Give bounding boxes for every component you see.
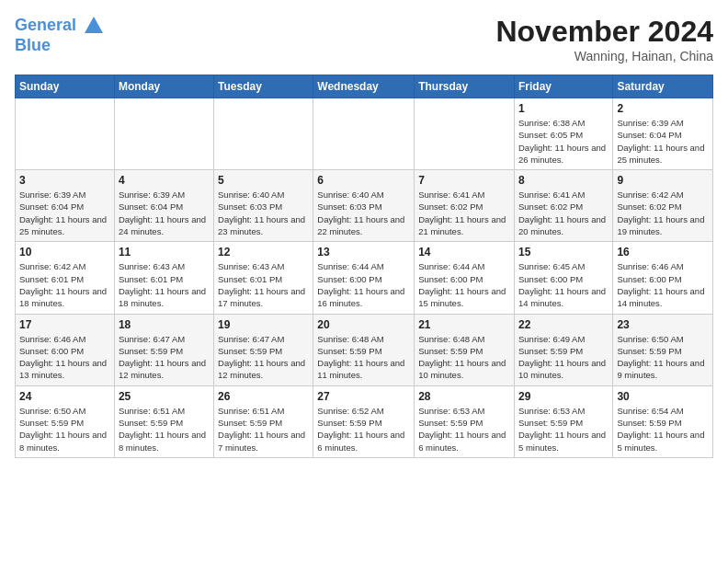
day-info: Sunrise: 6:52 AM Sunset: 5:59 PM Dayligh… [317, 405, 410, 454]
day-number: 1 [518, 102, 609, 115]
day-number: 12 [218, 246, 309, 259]
calendar-cell: 18Sunrise: 6:47 AM Sunset: 5:59 PM Dayli… [114, 314, 213, 385]
day-info: Sunrise: 6:42 AM Sunset: 6:01 PM Dayligh… [19, 260, 110, 309]
day-info: Sunrise: 6:53 AM Sunset: 5:59 PM Dayligh… [518, 405, 609, 454]
day-info: Sunrise: 6:44 AM Sunset: 6:00 PM Dayligh… [317, 260, 410, 309]
day-number: 28 [418, 390, 510, 403]
calendar-cell: 29Sunrise: 6:53 AM Sunset: 5:59 PM Dayli… [514, 385, 612, 457]
location-subtitle: Wanning, Hainan, China [495, 49, 713, 63]
calendar-week-2: 3Sunrise: 6:39 AM Sunset: 6:04 PM Daylig… [16, 170, 713, 242]
day-number: 26 [218, 390, 309, 403]
calendar-cell: 17Sunrise: 6:46 AM Sunset: 6:00 PM Dayli… [16, 314, 115, 385]
weekday-header-tuesday: Tuesday [214, 75, 313, 98]
calendar-cell: 27Sunrise: 6:52 AM Sunset: 5:59 PM Dayli… [313, 385, 415, 457]
day-info: Sunrise: 6:43 AM Sunset: 6:01 PM Dayligh… [218, 260, 309, 309]
calendar-cell: 2Sunrise: 6:39 AM Sunset: 6:04 PM Daylig… [613, 98, 713, 170]
calendar-week-1: 1Sunrise: 6:38 AM Sunset: 6:05 PM Daylig… [16, 98, 713, 170]
calendar-cell: 12Sunrise: 6:43 AM Sunset: 6:01 PM Dayli… [214, 242, 313, 314]
weekday-header-monday: Monday [114, 75, 213, 98]
day-info: Sunrise: 6:51 AM Sunset: 5:59 PM Dayligh… [119, 405, 210, 454]
weekday-row: SundayMondayTuesdayWednesdayThursdayFrid… [16, 75, 713, 98]
day-info: Sunrise: 6:48 AM Sunset: 5:59 PM Dayligh… [418, 333, 510, 382]
day-info: Sunrise: 6:40 AM Sunset: 6:03 PM Dayligh… [317, 189, 410, 237]
calendar-cell: 14Sunrise: 6:44 AM Sunset: 6:00 PM Dayli… [415, 242, 515, 314]
day-number: 18 [119, 318, 210, 331]
day-info: Sunrise: 6:44 AM Sunset: 6:00 PM Dayligh… [418, 260, 510, 309]
svg-marker-0 [85, 17, 103, 33]
calendar-cell: 10Sunrise: 6:42 AM Sunset: 6:01 PM Dayli… [16, 242, 115, 314]
title-area: November 2024 Wanning, Hainan, China [495, 15, 713, 63]
day-info: Sunrise: 6:39 AM Sunset: 6:04 PM Dayligh… [617, 117, 709, 166]
weekday-header-thursday: Thursday [415, 75, 515, 98]
day-number: 30 [617, 390, 709, 403]
weekday-header-sunday: Sunday [16, 75, 115, 98]
calendar-body: 1Sunrise: 6:38 AM Sunset: 6:05 PM Daylig… [16, 98, 713, 458]
day-info: Sunrise: 6:45 AM Sunset: 6:00 PM Dayligh… [518, 260, 609, 309]
day-info: Sunrise: 6:43 AM Sunset: 6:01 PM Dayligh… [119, 260, 210, 309]
calendar-cell: 23Sunrise: 6:50 AM Sunset: 5:59 PM Dayli… [613, 314, 713, 385]
day-number: 10 [19, 246, 110, 259]
day-number: 15 [518, 246, 609, 259]
day-number: 9 [617, 174, 709, 187]
calendar-cell: 3Sunrise: 6:39 AM Sunset: 6:04 PM Daylig… [16, 170, 115, 242]
calendar-cell [16, 98, 115, 170]
day-number: 5 [218, 174, 309, 187]
day-number: 3 [19, 174, 110, 187]
logo: General Blue [15, 15, 105, 55]
day-number: 21 [418, 318, 510, 331]
calendar-cell: 9Sunrise: 6:42 AM Sunset: 6:02 PM Daylig… [613, 170, 713, 242]
day-info: Sunrise: 6:46 AM Sunset: 6:00 PM Dayligh… [19, 333, 110, 382]
calendar-cell [313, 98, 415, 170]
day-info: Sunrise: 6:47 AM Sunset: 5:59 PM Dayligh… [218, 333, 309, 382]
day-info: Sunrise: 6:39 AM Sunset: 6:04 PM Dayligh… [19, 189, 110, 237]
calendar-cell: 26Sunrise: 6:51 AM Sunset: 5:59 PM Dayli… [214, 385, 313, 457]
day-info: Sunrise: 6:46 AM Sunset: 6:00 PM Dayligh… [617, 260, 709, 309]
day-number: 7 [418, 174, 510, 187]
day-number: 27 [317, 390, 410, 403]
day-number: 2 [617, 102, 709, 115]
day-number: 8 [518, 174, 609, 187]
day-number: 17 [19, 318, 110, 331]
calendar-cell: 28Sunrise: 6:53 AM Sunset: 5:59 PM Dayli… [415, 385, 515, 457]
day-number: 24 [19, 390, 110, 403]
day-number: 14 [418, 246, 510, 259]
calendar-cell: 4Sunrise: 6:39 AM Sunset: 6:04 PM Daylig… [114, 170, 213, 242]
day-number: 22 [518, 318, 609, 331]
calendar-cell: 6Sunrise: 6:40 AM Sunset: 6:03 PM Daylig… [313, 170, 415, 242]
calendar-cell: 19Sunrise: 6:47 AM Sunset: 5:59 PM Dayli… [214, 314, 313, 385]
calendar-cell [214, 98, 313, 170]
day-info: Sunrise: 6:50 AM Sunset: 5:59 PM Dayligh… [617, 333, 709, 382]
day-info: Sunrise: 6:39 AM Sunset: 6:04 PM Dayligh… [119, 189, 210, 237]
day-info: Sunrise: 6:48 AM Sunset: 5:59 PM Dayligh… [317, 333, 410, 382]
day-number: 4 [119, 174, 210, 187]
day-info: Sunrise: 6:42 AM Sunset: 6:02 PM Dayligh… [617, 189, 709, 237]
calendar-cell: 25Sunrise: 6:51 AM Sunset: 5:59 PM Dayli… [114, 385, 213, 457]
day-info: Sunrise: 6:53 AM Sunset: 5:59 PM Dayligh… [418, 405, 510, 454]
calendar-week-3: 10Sunrise: 6:42 AM Sunset: 6:01 PM Dayli… [16, 242, 713, 314]
day-number: 16 [617, 246, 709, 259]
day-info: Sunrise: 6:50 AM Sunset: 5:59 PM Dayligh… [19, 405, 110, 454]
day-info: Sunrise: 6:51 AM Sunset: 5:59 PM Dayligh… [218, 405, 309, 454]
calendar-header: SundayMondayTuesdayWednesdayThursdayFrid… [16, 75, 713, 98]
weekday-header-wednesday: Wednesday [313, 75, 415, 98]
calendar-week-4: 17Sunrise: 6:46 AM Sunset: 6:00 PM Dayli… [16, 314, 713, 385]
day-info: Sunrise: 6:54 AM Sunset: 5:59 PM Dayligh… [617, 405, 709, 454]
weekday-header-saturday: Saturday [613, 75, 713, 98]
day-number: 25 [119, 390, 210, 403]
calendar-cell: 5Sunrise: 6:40 AM Sunset: 6:03 PM Daylig… [214, 170, 313, 242]
calendar-cell: 1Sunrise: 6:38 AM Sunset: 6:05 PM Daylig… [514, 98, 612, 170]
calendar-week-5: 24Sunrise: 6:50 AM Sunset: 5:59 PM Dayli… [16, 385, 713, 457]
day-number: 13 [317, 246, 410, 259]
day-info: Sunrise: 6:41 AM Sunset: 6:02 PM Dayligh… [418, 189, 510, 237]
day-info: Sunrise: 6:38 AM Sunset: 6:05 PM Dayligh… [518, 117, 609, 166]
calendar-cell [415, 98, 515, 170]
weekday-header-friday: Friday [514, 75, 612, 98]
calendar-cell: 7Sunrise: 6:41 AM Sunset: 6:02 PM Daylig… [415, 170, 515, 242]
calendar-cell: 11Sunrise: 6:43 AM Sunset: 6:01 PM Dayli… [114, 242, 213, 314]
page-header: General Blue November 2024 Wanning, Hain… [15, 15, 713, 63]
calendar-table: SundayMondayTuesdayWednesdayThursdayFrid… [15, 75, 713, 458]
month-title: November 2024 [495, 15, 713, 49]
calendar-cell: 30Sunrise: 6:54 AM Sunset: 5:59 PM Dayli… [613, 385, 713, 457]
day-number: 29 [518, 390, 609, 403]
day-info: Sunrise: 6:47 AM Sunset: 5:59 PM Dayligh… [119, 333, 210, 382]
